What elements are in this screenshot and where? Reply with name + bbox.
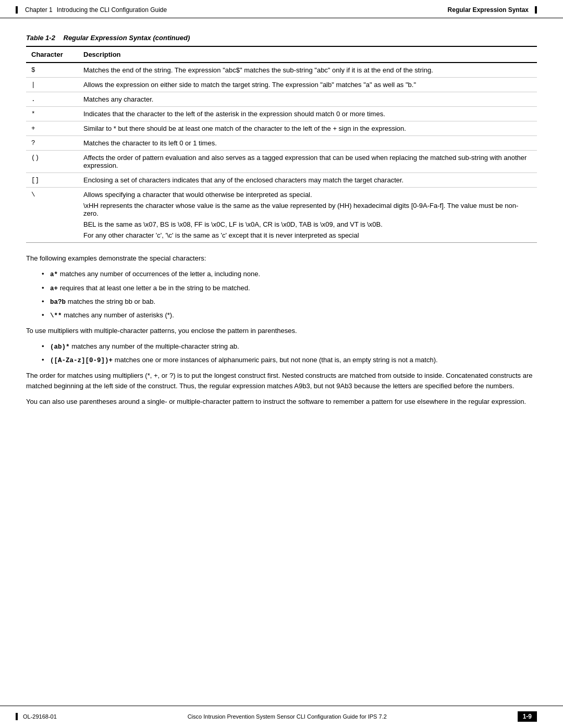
para2: To use multipliers with multiple-charact… — [26, 326, 537, 336]
desc-cell: Affects the order of pattern evaluation … — [78, 151, 537, 173]
bullet-list-2: (ab)* matches any number of the multiple… — [42, 341, 537, 366]
list-item: (ab)* matches any number of the multiple… — [42, 341, 537, 352]
table-row: []Enclosing a set of characters indicate… — [26, 173, 537, 188]
header-section-title: Regular Expression Syntax — [448, 6, 529, 14]
table-row: .Matches any character. — [26, 92, 537, 107]
char-cell: ? — [26, 136, 78, 151]
table-number: Table 1-2 — [26, 34, 55, 42]
char-cell: [] — [26, 173, 78, 188]
col-description: Description — [78, 46, 537, 63]
para4: You can also use parentheses around a si… — [26, 397, 537, 407]
header-left: Chapter 1 Introducing the CLI Configurat… — [16, 6, 167, 14]
para3: The order for matches using multipliers … — [26, 371, 537, 391]
page-container: Chapter 1 Introducing the CLI Configurat… — [0, 0, 563, 728]
char-cell: () — [26, 151, 78, 173]
header-bar-icon — [16, 6, 18, 14]
page-header: Chapter 1 Introducing the CLI Configurat… — [0, 0, 563, 18]
table-row: \Allows specifying a character that woul… — [26, 188, 537, 243]
header-right-bar — [535, 6, 537, 14]
body-section: The following examples demonstrate the s… — [26, 253, 537, 407]
table-title-text: Regular Expression Syntax (continued) — [64, 34, 190, 42]
desc-cell: Allows specifying a character that would… — [78, 188, 537, 243]
desc-cell: Matches the character to its left 0 or 1… — [78, 136, 537, 151]
desc-cell: Similar to * but there should be at leas… — [78, 121, 537, 136]
desc-cell: Matches the end of the string. The expre… — [78, 63, 537, 78]
list-item: ([A-Za-z][0-9])+ matches one or more ins… — [42, 355, 537, 366]
footer-left: OL-29168-01 — [16, 713, 57, 720]
header-chapter-title: Introducing the CLI Configuration Guide — [57, 6, 167, 14]
list-item: ba?b matches the string bb or bab. — [42, 297, 537, 307]
table-row: |Allows the expression on either side to… — [26, 78, 537, 92]
regex-table: Character Description $Matches the end o… — [26, 46, 537, 243]
desc-cell: Enclosing a set of characters indicates … — [78, 173, 537, 188]
list-item: \** matches any number of asterisks (*). — [42, 310, 537, 321]
char-cell: * — [26, 107, 78, 121]
col-character: Character — [26, 46, 78, 63]
char-cell: | — [26, 78, 78, 92]
char-cell: \ — [26, 188, 78, 243]
desc-cell: Matches any character. — [78, 92, 537, 107]
table-row: $Matches the end of the string. The expr… — [26, 63, 537, 78]
header-chapter-label: Chapter 1 — [25, 6, 53, 14]
table-row: *Indicates that the character to the lef… — [26, 107, 537, 121]
list-item: a* matches any number of occurrences of … — [42, 269, 537, 280]
char-cell: + — [26, 121, 78, 136]
footer-right: 1-9 — [518, 711, 537, 722]
footer-doc-id: OL-29168-01 — [23, 713, 57, 720]
footer-bar-icon — [16, 713, 18, 720]
char-cell: . — [26, 92, 78, 107]
char-cell: $ — [26, 63, 78, 78]
page-footer: OL-29168-01 Cisco Intrusion Prevention S… — [0, 706, 563, 728]
header-right: Regular Expression Syntax — [448, 6, 537, 14]
table-row: ?Matches the character to its left 0 or … — [26, 136, 537, 151]
table-title: Table 1-2 Regular Expression Syntax (con… — [26, 34, 537, 42]
desc-cell: Indicates that the character to the left… — [78, 107, 537, 121]
desc-cell: Allows the expression on either side to … — [78, 78, 537, 92]
main-content: Table 1-2 Regular Expression Syntax (con… — [0, 18, 563, 428]
list-item: a+ requires that at least one letter a b… — [42, 283, 537, 294]
bullet-list-1: a* matches any number of occurrences of … — [42, 269, 537, 322]
intro-para: The following examples demonstrate the s… — [26, 253, 537, 264]
table-row: +Similar to * but there should be at lea… — [26, 121, 537, 136]
table-header-row: Character Description — [26, 46, 537, 63]
page-number: 1-9 — [518, 711, 537, 722]
footer-center-text: Cisco Intrusion Prevention System Sensor… — [57, 713, 518, 720]
table-row: ()Affects the order of pattern evaluatio… — [26, 151, 537, 173]
